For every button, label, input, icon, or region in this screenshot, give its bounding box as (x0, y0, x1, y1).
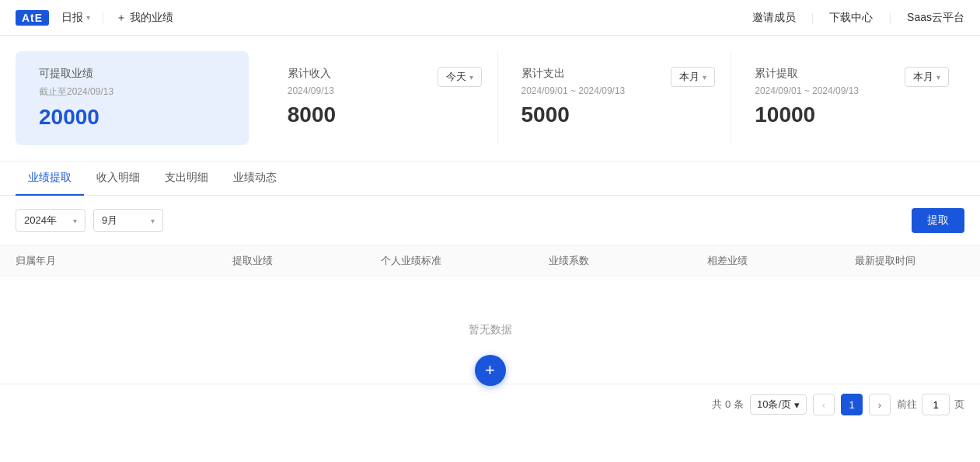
income-dropdown-arrow: ▾ (469, 73, 473, 82)
withdrawal-dropdown-label: 本月 (913, 70, 933, 84)
income-period-dropdown[interactable]: 今天 ▾ (438, 67, 482, 87)
empty-text: 暂无数据 (469, 323, 512, 335)
goto-suffix: 页 (954, 398, 964, 412)
month-select[interactable]: 9月 ▾ (93, 209, 163, 232)
stat-card-income: 今天 ▾ 累计收入 2024/09/13 8000 (264, 51, 497, 145)
page-1-button[interactable]: 1 (841, 394, 863, 415)
expenditure-dropdown-label: 本月 (679, 70, 699, 84)
extract-button[interactable]: 提取 (912, 208, 964, 233)
month-select-arrow: ▾ (151, 217, 155, 225)
nav-divider-2: | (888, 12, 891, 24)
nav-divider-1: | (811, 12, 814, 24)
nav-right: 邀请成员 | 下载中心 | Saas云平台 (752, 11, 964, 25)
stat-card-expenditure: 本月 ▾ 累计支出 2024/09/01 ~ 2024/09/13 5000 (497, 51, 731, 145)
stat-withdrawal-date: 2024/09/01 ~ 2024/09/13 (755, 85, 941, 96)
stat-available-value: 20000 (39, 105, 225, 130)
withdrawal-dropdown-arrow: ▾ (936, 73, 940, 82)
expenditure-period-dropdown[interactable]: 本月 ▾ (671, 67, 715, 87)
year-select[interactable]: 2024年 ▾ (16, 209, 85, 232)
stat-expenditure-value: 5000 (521, 102, 708, 127)
next-icon: › (878, 399, 881, 411)
nav-download-link[interactable]: 下载中心 (829, 11, 873, 25)
nav-item-my-performance[interactable]: ＋ 我的业绩 (116, 11, 173, 25)
stat-expenditure-date: 2024/09/01 ~ 2024/09/13 (521, 85, 708, 96)
stat-withdrawal-value: 10000 (755, 102, 941, 127)
month-select-label: 9月 (102, 214, 117, 228)
stat-card-available: 可提取业绩 截止至2024/09/13 20000 (16, 51, 249, 145)
col-header-perf-coefficient: 业绩系数 (490, 254, 649, 268)
nav-daily-label: 日报 (61, 11, 83, 25)
year-select-arrow: ▾ (73, 217, 77, 225)
pagination-section: 共 0 条 10条/页 ▾ ‹ 1 › 前往 页 (0, 384, 980, 425)
stat-income-value: 8000 (288, 102, 474, 127)
plus-icon: ＋ (116, 11, 127, 25)
nav-divider (103, 12, 103, 24)
nav-item-daily[interactable]: 日报 ▾ (61, 11, 90, 25)
col-header-diff-perf: 相差业绩 (648, 254, 807, 268)
page-size-dropdown[interactable]: 10条/页 ▾ (750, 394, 807, 415)
stats-section: 可提取业绩 截止至2024/09/13 20000 今天 ▾ 累计收入 2024… (0, 36, 980, 162)
tab-expenditure-detail[interactable]: 支出明细 (152, 162, 221, 196)
nav-left: AtE 日报 ▾ ＋ 我的业绩 (16, 10, 173, 26)
top-navigation: AtE 日报 ▾ ＋ 我的业绩 邀请成员 | 下载中心 | Saas云平台 (0, 0, 980, 36)
tab-income-detail[interactable]: 收入明细 (84, 162, 152, 196)
tab-performance-dynamics[interactable]: 业绩动态 (221, 162, 289, 196)
goto-prefix: 前往 (897, 398, 917, 412)
next-page-button[interactable]: › (869, 394, 891, 415)
col-header-latest-extract-time: 最新提取时间 (807, 254, 965, 268)
col-header-personal-standard: 个人业绩标准 (332, 254, 490, 268)
tab-performance-extract[interactable]: 业绩提取 (16, 162, 84, 196)
nav-invite-link[interactable]: 邀请成员 (752, 11, 796, 25)
content-wrapper: 2024年 ▾ 9月 ▾ 提取 归属年月 提取业绩 个人业绩标准 业绩系数 相差… (0, 196, 980, 425)
nav-saas-link[interactable]: Saas云平台 (907, 11, 964, 25)
withdrawal-period-dropdown[interactable]: 本月 ▾ (905, 67, 949, 87)
year-select-label: 2024年 (24, 214, 57, 228)
filter-left: 2024年 ▾ 9月 ▾ (16, 209, 163, 232)
expenditure-dropdown-arrow: ▾ (703, 73, 706, 82)
tabs-section: 业绩提取 收入明细 支出明细 业绩动态 (0, 162, 980, 196)
goto-page-input[interactable] (922, 394, 950, 415)
table-header: 归属年月 提取业绩 个人业绩标准 业绩系数 相差业绩 最新提取时间 (0, 245, 980, 276)
prev-icon: ‹ (822, 399, 825, 411)
fab-plus-icon: + (485, 360, 495, 380)
page-size-label: 10条/页 (757, 398, 791, 412)
nav-performance-label: 我的业绩 (130, 11, 173, 25)
prev-page-button[interactable]: ‹ (813, 394, 835, 415)
stat-income-date: 2024/09/13 (288, 85, 474, 96)
col-header-month: 归属年月 (16, 254, 174, 268)
fab-add-button[interactable]: + (475, 355, 506, 386)
page-size-arrow: ▾ (794, 399, 800, 411)
stat-available-date: 截止至2024/09/13 (39, 85, 225, 99)
stat-available-label: 可提取业绩 (39, 67, 225, 81)
filter-row: 2024年 ▾ 9月 ▾ 提取 (0, 196, 980, 245)
logo: AtE (16, 10, 49, 26)
total-count: 共 0 条 (712, 398, 743, 412)
nav-daily-arrow: ▾ (86, 13, 90, 22)
col-header-extract-perf: 提取业绩 (174, 254, 333, 268)
stat-card-withdrawal: 本月 ▾ 累计提取 2024/09/01 ~ 2024/09/13 10000 (731, 51, 964, 145)
income-dropdown-label: 今天 (446, 70, 466, 84)
page-goto-section: 前往 页 (897, 394, 964, 415)
